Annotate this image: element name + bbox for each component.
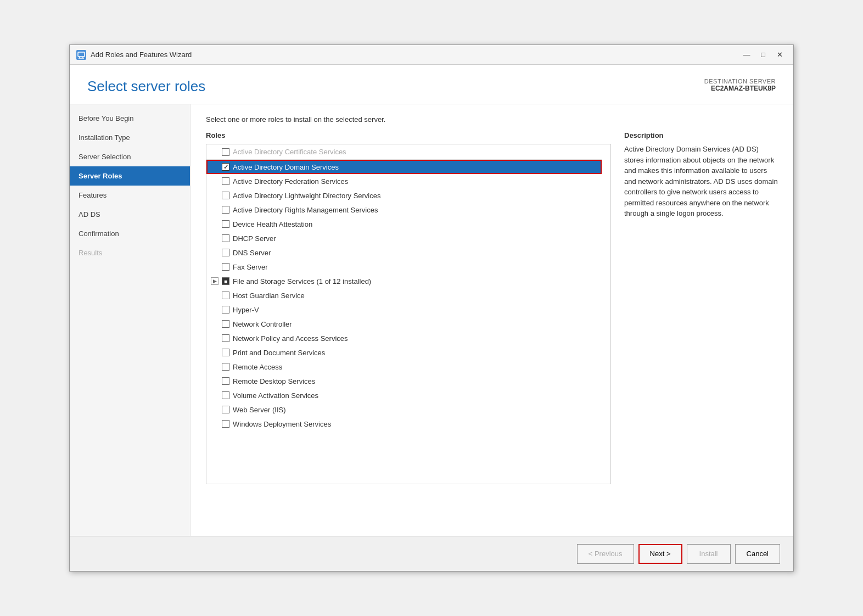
role-label-adds: Active Directory Domain Services [233, 163, 339, 171]
checkbox-wds[interactable] [222, 420, 229, 428]
role-item-pds[interactable]: Print and Document Services [206, 345, 602, 360]
role-label-npas: Network Policy and Access Services [233, 334, 348, 343]
checkbox-dhcp[interactable] [222, 234, 229, 242]
role-item-ra[interactable]: Remote Access [206, 360, 602, 374]
description-column: Description Active Directory Domain Serv… [624, 131, 778, 525]
role-label-iis: Web Server (IIS) [233, 406, 286, 414]
checkbox-adfs[interactable] [222, 177, 229, 185]
roles-section: Roles Active Directory Certificate Servi… [206, 131, 778, 525]
sidebar-item-server-selection[interactable]: Server Selection [70, 147, 190, 166]
role-label-dns: DNS Server [233, 249, 271, 257]
roles-column: Roles Active Directory Certificate Servi… [206, 131, 611, 525]
instruction-text: Select one or more roles to install on t… [206, 115, 778, 124]
checkbox-dns[interactable] [222, 249, 229, 256]
role-item-iis[interactable]: Web Server (IIS) [206, 402, 602, 417]
sidebar: Before You BeginInstallation TypeServer … [70, 104, 190, 536]
role-item-wds[interactable]: Windows Deployment Services [206, 417, 602, 431]
destination-name: EC2AMAZ-BTEUK8P [704, 85, 776, 92]
role-label-adlds: Active Directory Lightweight Directory S… [233, 192, 380, 200]
roles-label: Roles [206, 131, 611, 139]
sidebar-item-before-you-begin[interactable]: Before You Begin [70, 109, 190, 128]
checkbox-fax[interactable] [222, 263, 229, 271]
sidebar-item-features[interactable]: Features [70, 186, 190, 205]
role-label-dha: Device Health Attestation [233, 220, 312, 228]
sidebar-item-ad-ds[interactable]: AD DS [70, 205, 190, 224]
close-button[interactable]: ✕ [772, 49, 787, 61]
role-label-rds: Remote Desktop Services [233, 377, 315, 385]
checkbox-ra[interactable] [222, 363, 229, 371]
page-title: Select server roles [87, 78, 205, 95]
role-label-fss: File and Storage Services (1 of 12 insta… [233, 277, 371, 285]
window-title: Add Roles and Features Wizard [91, 51, 192, 59]
checkbox-fss[interactable]: ■ [222, 277, 229, 285]
minimize-button[interactable]: — [739, 49, 754, 61]
role-item-adfs[interactable]: Active Directory Federation Services [206, 174, 602, 188]
install-button[interactable]: Install [687, 544, 731, 564]
checkbox-adlds[interactable] [222, 192, 229, 199]
role-item-npas[interactable]: Network Policy and Access Services [206, 331, 602, 345]
role-label-ra: Remote Access [233, 363, 282, 371]
checkbox-adds[interactable]: ✓ [222, 163, 229, 171]
role-item-adrms[interactable]: Active Directory Rights Management Servi… [206, 203, 602, 217]
role-label-hyperv: Hyper-V [233, 306, 259, 314]
main-content: Select one or more roles to install on t… [190, 104, 793, 536]
role-label-adcs: Active Directory Certificate Services [233, 148, 346, 156]
role-label-adrms: Active Directory Rights Management Servi… [233, 206, 378, 214]
title-bar-left: Add Roles and Features Wizard [76, 50, 192, 60]
checkbox-vas[interactable] [222, 391, 229, 399]
role-item-dha[interactable]: Device Health Attestation [206, 217, 602, 231]
checkbox-hgs[interactable] [222, 292, 229, 299]
checkbox-pds[interactable] [222, 349, 229, 356]
role-item-fss[interactable]: ▶■File and Storage Services (1 of 12 ins… [206, 274, 602, 288]
role-label-dhcp: DHCP Server [233, 234, 276, 243]
title-bar: Add Roles and Features Wizard — □ ✕ [70, 45, 793, 65]
role-label-nc: Network Controller [233, 320, 292, 328]
role-item-vas[interactable]: Volume Activation Services [206, 388, 602, 402]
roles-list[interactable]: Active Directory Certificate Services✓Ac… [206, 144, 611, 484]
role-label-adfs: Active Directory Federation Services [233, 177, 348, 186]
maximize-button[interactable]: □ [756, 49, 770, 61]
page-header: Select server roles DESTINATION SERVER E… [70, 65, 793, 104]
cancel-button[interactable]: Cancel [735, 544, 780, 564]
destination-label: DESTINATION SERVER [704, 78, 776, 85]
role-item-hgs[interactable]: Host Guardian Service [206, 288, 602, 303]
main-window: Add Roles and Features Wizard — □ ✕ Sele… [69, 44, 794, 572]
role-label-pds: Print and Document Services [233, 349, 325, 357]
previous-button[interactable]: < Previous [577, 544, 634, 564]
sidebar-item-server-roles[interactable]: Server Roles [70, 166, 190, 186]
sidebar-item-installation-type[interactable]: Installation Type [70, 128, 190, 147]
role-item-fax[interactable]: Fax Server [206, 260, 602, 274]
checkbox-dha[interactable] [222, 220, 229, 228]
description-label: Description [624, 131, 778, 139]
checkbox-adrms[interactable] [222, 206, 229, 214]
description-text: Active Directory Domain Services (AD DS)… [624, 144, 778, 219]
role-item-rds[interactable]: Remote Desktop Services [206, 374, 602, 388]
sidebar-item-confirmation[interactable]: Confirmation [70, 224, 190, 243]
next-button[interactable]: Next > [638, 544, 682, 564]
role-item-adcs[interactable]: Active Directory Certificate Services [206, 144, 602, 160]
checkbox-adcs[interactable] [222, 148, 229, 156]
app-icon [76, 50, 86, 60]
destination-server-info: DESTINATION SERVER EC2AMAZ-BTEUK8P [704, 78, 776, 92]
checkbox-hyperv[interactable] [222, 306, 229, 313]
checkbox-npas[interactable] [222, 334, 229, 342]
role-item-dhcp[interactable]: DHCP Server [206, 231, 602, 245]
svg-rect-0 [78, 52, 85, 57]
checkbox-rds[interactable] [222, 377, 229, 385]
sidebar-item-results: Results [70, 243, 190, 262]
role-label-wds: Windows Deployment Services [233, 420, 331, 428]
role-label-hgs: Host Guardian Service [233, 292, 305, 300]
footer: < Previous Next > Install Cancel [70, 536, 793, 571]
main-section: Before You BeginInstallation TypeServer … [70, 104, 793, 536]
role-item-dns[interactable]: DNS Server [206, 245, 602, 260]
role-label-fax: Fax Server [233, 263, 268, 271]
checkbox-iis[interactable] [222, 406, 229, 413]
role-label-vas: Volume Activation Services [233, 391, 318, 400]
title-bar-controls: — □ ✕ [739, 49, 787, 61]
role-item-hyperv[interactable]: Hyper-V [206, 303, 602, 317]
role-item-adds[interactable]: ✓Active Directory Domain Services [206, 160, 602, 174]
role-item-nc[interactable]: Network Controller [206, 317, 602, 331]
checkbox-nc[interactable] [222, 320, 229, 328]
role-item-adlds[interactable]: Active Directory Lightweight Directory S… [206, 188, 602, 203]
expand-icon-fss[interactable]: ▶ [211, 277, 218, 285]
